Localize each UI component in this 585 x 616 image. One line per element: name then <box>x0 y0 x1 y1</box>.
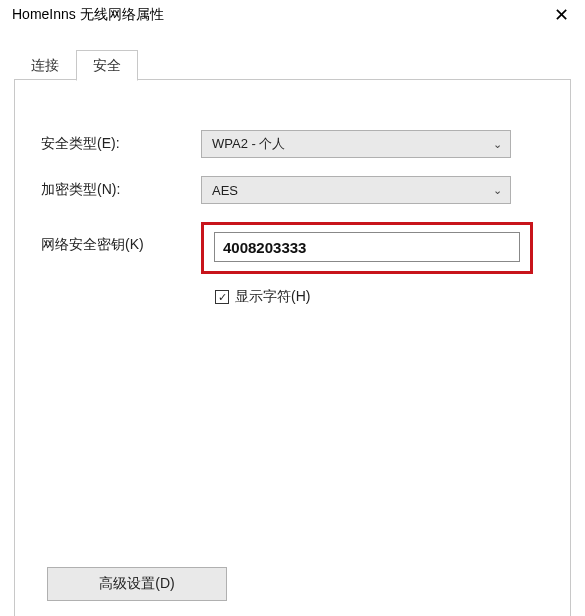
security-panel: 安全类型(E): WPA2 - 个人 ⌄ 加密类型(N): AES ⌄ 网络安全… <box>14 79 571 616</box>
security-type-value: WPA2 - 个人 <box>212 135 285 153</box>
window-title: HomeInns 无线网络属性 <box>12 6 164 24</box>
close-icon[interactable]: ✕ <box>548 6 575 24</box>
encryption-type-value: AES <box>212 183 238 198</box>
show-characters-checkbox[interactable]: ✓ <box>215 290 229 304</box>
security-type-label: 安全类型(E): <box>41 135 201 153</box>
advanced-settings-button[interactable]: 高级设置(D) <box>47 567 227 601</box>
chevron-down-icon: ⌄ <box>493 138 502 151</box>
network-key-highlight <box>201 222 533 274</box>
show-characters-label: 显示字符(H) <box>235 288 310 306</box>
network-key-label: 网络安全密钥(K) <box>41 222 201 254</box>
network-key-field[interactable] <box>214 232 520 262</box>
tabs-row: 连接安全 <box>14 50 585 80</box>
encryption-type-select[interactable]: AES ⌄ <box>201 176 511 204</box>
security-type-select[interactable]: WPA2 - 个人 ⌄ <box>201 130 511 158</box>
encryption-type-label: 加密类型(N): <box>41 181 201 199</box>
tab-connection[interactable]: 连接 <box>14 50 76 81</box>
tab-security[interactable]: 安全 <box>76 50 138 81</box>
chevron-down-icon: ⌄ <box>493 184 502 197</box>
